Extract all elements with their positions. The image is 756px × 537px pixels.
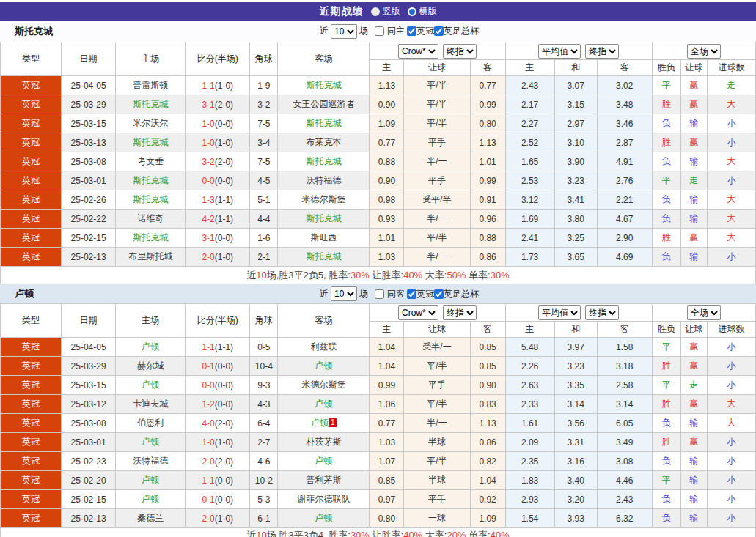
result-text: 负 [662, 251, 671, 262]
avg-draw-odds-cell: 3.90 [554, 152, 597, 171]
col-header-result-wdl: 胜负 [652, 60, 680, 76]
league-filter-label: 英冠 [416, 288, 434, 300]
away-team-cell: 布莱克本 [278, 133, 370, 152]
away-team-cell: 卢顿 [278, 452, 370, 471]
col-header-score: 比分(半场) [186, 304, 250, 338]
result-text: 胜 [662, 437, 671, 447]
handicap-away-odds-cell: 1.09 [470, 509, 505, 528]
corner-cell: 4-6 [250, 452, 278, 471]
handicap-home-odds-cell: 1.13 [370, 76, 404, 95]
corner-cell: 9-3 [250, 376, 278, 395]
match-row: 英冠25-03-12卡迪夫城1-2(0-0)4-3卢顿1.06平/半0.832.… [1, 395, 756, 414]
unit-label: 场 [359, 288, 368, 300]
away-team-cell: 沃特福德 [278, 171, 370, 190]
halftime-score: (1-1) [215, 342, 233, 352]
league-cell: 英冠 [1, 76, 62, 95]
final-odds-select-2[interactable]: 终指 [585, 305, 619, 320]
halftime-score: (0-0) [215, 361, 233, 371]
col-header-avg-draw: 和 [554, 322, 597, 338]
result-text: 大 [727, 418, 735, 428]
full-match-select[interactable]: 全场 [687, 305, 721, 320]
corner-cell: 3-2 [250, 95, 278, 114]
result-wdl-cell: 胜 [652, 229, 680, 248]
result-wdl-cell: 平 [652, 471, 680, 490]
horizontal-layout-radio[interactable]: 横版 [408, 5, 437, 18]
result-handicap-cell: 输 [680, 452, 707, 471]
away-team-name: 谢菲尔德联队 [297, 494, 350, 504]
fulltime-score: 4-2 [202, 214, 214, 224]
handicap-away-odds-cell: 1.01 [470, 152, 505, 171]
halftime-score: (1-1) [215, 214, 233, 224]
vertical-layout-radio[interactable]: 竖版 [371, 5, 400, 18]
result-text: 输 [689, 251, 698, 262]
league-filter-checkbox[interactable] [407, 26, 416, 36]
handicap-line-cell: 一球 [404, 509, 470, 528]
match-count-select[interactable]: 10 [331, 24, 357, 39]
avg-draw-odds-cell: 3.97 [554, 338, 597, 357]
avg-home-odds-cell: 2.09 [505, 433, 554, 452]
col-header-avg-away: 客 [597, 60, 652, 76]
handicap-line-cell: 半/一 [404, 152, 470, 171]
same-venue-checkbox[interactable] [375, 26, 384, 36]
handicap-line-cell: 平/半 [404, 76, 470, 95]
average-select[interactable]: 平均值 [538, 44, 581, 59]
handicap-away-odds-cell: 1.13 [470, 414, 505, 433]
league-filter-checkbox[interactable] [434, 289, 444, 299]
result-text: 赢 [689, 137, 698, 147]
fulltime-score: 1-0 [202, 437, 214, 448]
result-text: 大 [727, 213, 735, 223]
home-team-name: 斯托克城 [133, 194, 168, 204]
horizontal-layout-label: 横版 [419, 5, 437, 18]
result-wdl-cell: 平 [652, 76, 680, 95]
league-cell: 英冠 [1, 133, 62, 152]
result-text: 赢 [689, 99, 698, 109]
avg-draw-odds-cell: 3.10 [554, 133, 597, 152]
bookmaker-select[interactable]: Crow* [398, 44, 438, 59]
avg-home-odds-cell: 2.35 [505, 452, 554, 471]
home-team-name: 米尔沃尔 [133, 118, 168, 128]
same-venue-checkbox[interactable] [375, 289, 384, 299]
fulltime-score: 2-0 [202, 252, 214, 262]
average-select[interactable]: 平均值 [538, 305, 581, 320]
avg-draw-odds-cell: 3.31 [554, 433, 597, 452]
score-cell: 1-0(0-0) [186, 114, 250, 133]
league-filter-0[interactable]: 英冠 [407, 288, 434, 300]
final-odds-select[interactable]: 终指 [443, 44, 477, 59]
col-header-handicap-away: 客 [470, 322, 505, 338]
match-count-select[interactable]: 10 [331, 286, 357, 301]
result-handicap-cell: 走 [680, 171, 707, 190]
final-odds-select-2[interactable]: 终指 [585, 44, 619, 59]
corner-cell: 2-1 [250, 248, 278, 267]
league-filter-1[interactable]: 英足总杯 [434, 288, 479, 300]
bookmaker-select[interactable]: Crow* [398, 305, 438, 320]
final-odds-select[interactable]: 终指 [443, 305, 477, 320]
result-text: 小 [727, 118, 735, 128]
result-wdl-cell: 负 [652, 248, 680, 267]
home-team-cell: 斯托克城 [116, 95, 186, 114]
score-cell: 2-0(1-0) [186, 509, 250, 528]
result-text: 输 [689, 194, 698, 204]
full-match-select[interactable]: 全场 [687, 44, 721, 59]
home-team-name: 斯托克城 [133, 137, 168, 147]
league-filter-checkbox[interactable] [407, 289, 416, 299]
result-goals-cell: 小 [707, 490, 755, 509]
league-filter-checkbox[interactable] [434, 26, 444, 36]
date-cell: 25-04-05 [62, 76, 116, 95]
summary-stat-label: 让胜率: [370, 270, 403, 281]
avg-home-odds-cell: 5.48 [505, 338, 554, 357]
league-cell: 英冠 [1, 248, 62, 267]
result-text: 胜 [662, 99, 671, 109]
avg-away-odds-cell: 2.87 [597, 133, 652, 152]
away-team-cell: 米德尔斯堡 [278, 190, 370, 210]
league-filter-1[interactable]: 英足总杯 [434, 25, 479, 37]
result-goals-cell: 小 [707, 509, 755, 528]
league-cell: 英冠 [1, 357, 62, 376]
col-header-result-handicap: 让球 [680, 322, 707, 338]
fulltime-score: 3-2 [202, 157, 214, 167]
score-cell: 1-1(1-1) [186, 338, 250, 357]
summary-stat-label: 大率: [422, 530, 447, 537]
score-cell: 3-1(0-0) [186, 229, 250, 248]
league-filter-0[interactable]: 英冠 [407, 25, 434, 37]
red-card-badge: 1 [329, 418, 337, 427]
title-bar: 近期战绩 竖版 横版 [0, 2, 756, 21]
